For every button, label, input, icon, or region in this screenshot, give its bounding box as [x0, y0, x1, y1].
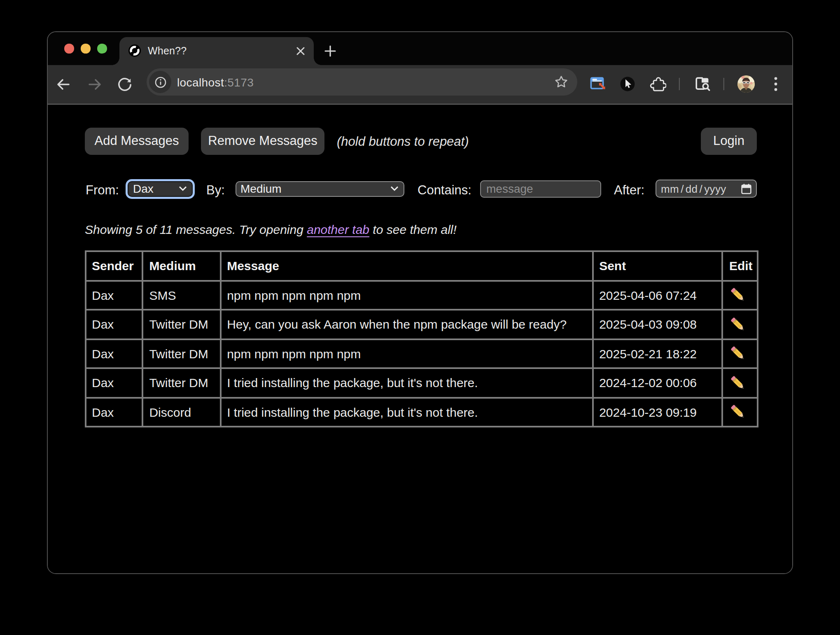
- login-button[interactable]: Login: [701, 127, 757, 154]
- cell-medium: Twitter DM: [142, 368, 220, 397]
- after-date-input[interactable]: mm/dd/yyyy: [655, 180, 757, 198]
- cell-sender: Dax: [85, 280, 142, 310]
- table-row: Dax Discord I tried installing the packa…: [85, 397, 758, 427]
- calendar-icon[interactable]: [741, 183, 751, 194]
- header-medium: Medium: [142, 251, 220, 280]
- header-message: Message: [220, 251, 593, 280]
- table-row: Dax Twitter DM npm npm npm npm npm 2025-…: [85, 339, 758, 368]
- cell-sent: 2024-10-23 09:19: [593, 397, 723, 427]
- cell-sent: 2025-02-21 18:22: [593, 339, 723, 368]
- from-select-value: Dax: [133, 182, 179, 196]
- screen: When??: [0, 0, 840, 635]
- cell-medium: Twitter DM: [142, 339, 220, 368]
- remove-messages-button[interactable]: Remove Messages: [201, 127, 324, 154]
- after-label: After:: [614, 183, 644, 198]
- cell-edit[interactable]: [723, 339, 758, 368]
- header-sender: Sender: [85, 251, 142, 280]
- date-placeholder: mm/dd/yyyy: [661, 182, 741, 195]
- cell-sender: Dax: [85, 310, 142, 339]
- pencil-icon: [729, 345, 747, 363]
- browser-window: When??: [47, 31, 793, 574]
- table-row: Dax Twitter DM I tried installing the pa…: [85, 368, 758, 397]
- status-suffix: to see them all!: [369, 222, 457, 236]
- header-edit: Edit: [723, 251, 758, 280]
- pencil-icon: [729, 315, 747, 334]
- table-row: Dax SMS npm npm npm npm npm 2025-04-06 0…: [85, 280, 758, 310]
- cursor-extension-icon[interactable]: [619, 76, 636, 93]
- cell-edit[interactable]: [723, 397, 758, 427]
- header-sent: Sent: [593, 251, 723, 280]
- by-select-value: Medium: [240, 182, 390, 196]
- by-select[interactable]: Medium: [235, 181, 404, 197]
- window-controls: [64, 44, 107, 54]
- cell-message: I tried installing the package, but it's…: [220, 397, 593, 427]
- window-resizer-extension-icon[interactable]: [589, 76, 606, 93]
- contains-label: Contains:: [418, 183, 471, 198]
- tab-title: When??: [148, 45, 294, 56]
- cell-medium: Discord: [142, 397, 220, 427]
- chevron-down-icon: [390, 187, 398, 191]
- chevron-down-icon: [179, 187, 187, 191]
- cell-sent: 2025-04-03 09:08: [593, 310, 723, 339]
- tab-strip: When??: [47, 32, 792, 65]
- table-body: Dax SMS npm npm npm npm npm 2025-04-06 0…: [85, 280, 758, 427]
- add-messages-button[interactable]: Add Messages: [85, 127, 189, 154]
- browser-toolbar: localhost:5173: [47, 65, 792, 105]
- cell-medium: Twitter DM: [142, 310, 220, 339]
- cell-message: Hey, can you ask Aaron when the npm pack…: [220, 310, 593, 339]
- zoom-window-button[interactable]: [97, 44, 107, 54]
- hold-buttons-hint: (hold buttons to repeat): [337, 134, 469, 149]
- status-prefix: Showing 5 of 11 messages. Try opening: [85, 222, 307, 236]
- tab-close-icon[interactable]: [294, 44, 307, 57]
- side-panel-search-icon[interactable]: [694, 76, 711, 93]
- cell-edit[interactable]: [723, 368, 758, 397]
- browser-tab[interactable]: When??: [119, 37, 314, 65]
- minimize-window-button[interactable]: [81, 44, 90, 54]
- toolbar-divider: [723, 78, 724, 91]
- contains-input[interactable]: [480, 180, 601, 198]
- extensions-puzzle-icon[interactable]: [649, 76, 666, 93]
- new-tab-button[interactable]: [322, 42, 339, 60]
- table-row: Dax Twitter DM Hey, can you ask Aaron wh…: [85, 310, 758, 339]
- toolbar-extensions-area: [47, 65, 792, 104]
- kebab-menu-icon[interactable]: [773, 77, 778, 92]
- tab-favicon-sync-icon: [128, 44, 140, 57]
- cell-message: npm npm npm npm npm: [220, 339, 593, 368]
- cell-message: npm npm npm npm npm: [220, 280, 593, 310]
- table-header-row: Sender Medium Message Sent Edit: [85, 251, 758, 280]
- cell-medium: SMS: [142, 280, 220, 310]
- pencil-icon: [729, 374, 747, 392]
- cell-sent: 2025-04-06 07:24: [593, 280, 723, 310]
- by-label: By:: [206, 183, 225, 198]
- pencil-icon: [729, 403, 747, 421]
- close-window-button[interactable]: [64, 44, 74, 54]
- from-label: From:: [86, 183, 119, 198]
- from-select[interactable]: Dax: [128, 181, 193, 197]
- another-tab-link[interactable]: another tab: [307, 222, 369, 236]
- pencil-icon: [729, 286, 747, 304]
- cell-sent: 2024-12-02 00:06: [593, 368, 723, 397]
- cell-sender: Dax: [85, 339, 142, 368]
- cell-message: I tried installing the package, but it's…: [220, 368, 593, 397]
- messages-table: Sender Medium Message Sent Edit Dax SMS …: [84, 250, 758, 427]
- profile-avatar[interactable]: [737, 75, 755, 93]
- cell-sender: Dax: [85, 368, 142, 397]
- status-line: Showing 5 of 11 messages. Try opening an…: [85, 222, 457, 236]
- cell-edit[interactable]: [723, 280, 758, 310]
- page-content: Add Messages Remove Messages (hold butto…: [47, 105, 792, 574]
- cell-sender: Dax: [85, 397, 142, 427]
- cell-edit[interactable]: [723, 310, 758, 339]
- toolbar-divider: [679, 78, 680, 91]
